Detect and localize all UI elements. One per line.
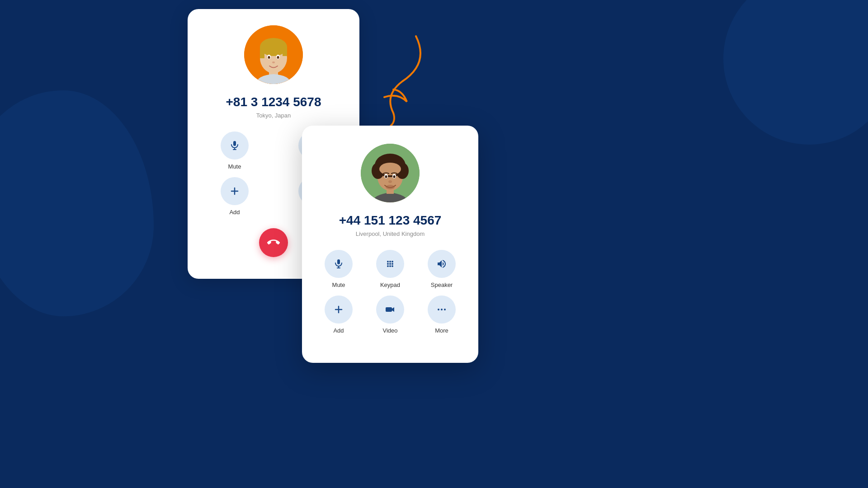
plus-icon: [229, 186, 240, 197]
end-call-button-tokyo[interactable]: [259, 228, 288, 257]
mute-button-liverpool[interactable]: [325, 250, 353, 278]
mute-action-liverpool[interactable]: Mute: [325, 250, 353, 288]
keypad-action-liverpool[interactable]: Keypad: [376, 250, 404, 288]
bg-shape-left: [0, 90, 154, 316]
svg-point-48: [389, 261, 391, 263]
svg-point-54: [389, 265, 391, 267]
svg-point-55: [392, 265, 393, 267]
keypad-label-liverpool: Keypad: [380, 282, 400, 288]
svg-rect-12: [233, 141, 236, 146]
speaker-button-liverpool[interactable]: [428, 250, 456, 278]
svg-point-9: [268, 56, 270, 59]
svg-point-61: [444, 309, 446, 310]
video-action-liverpool[interactable]: Video: [376, 296, 404, 334]
grid-icon-liverpool: [385, 258, 396, 269]
svg-rect-5: [260, 47, 264, 58]
ellipsis-icon: [436, 304, 447, 315]
avatar-liverpool: [361, 144, 420, 202]
orange-decorative-drawing: [357, 27, 429, 131]
mute-label-liverpool: Mute: [332, 282, 345, 288]
video-label-liverpool: Video: [382, 327, 397, 334]
add-label-liverpool: Add: [333, 327, 344, 334]
svg-point-60: [441, 309, 443, 310]
svg-rect-6: [283, 47, 287, 56]
action-buttons-row2-liverpool: Add Video More: [316, 296, 464, 334]
svg-rect-44: [337, 259, 340, 264]
svg-point-47: [387, 261, 389, 263]
plus-icon-liverpool: [333, 304, 344, 315]
end-call-row-tokyo: [259, 228, 288, 257]
mute-button-tokyo[interactable]: [221, 131, 249, 160]
speaker-label-liverpool: Speaker: [431, 282, 453, 288]
more-action-liverpool[interactable]: More: [428, 296, 456, 334]
microphone-icon: [229, 140, 240, 151]
video-button-liverpool[interactable]: [376, 296, 404, 324]
speaker-action-liverpool[interactable]: Speaker: [428, 250, 456, 288]
keypad-button-liverpool[interactable]: [376, 250, 404, 278]
more-button-liverpool[interactable]: [428, 296, 456, 324]
microphone-icon-liverpool: [333, 258, 344, 269]
svg-point-10: [277, 56, 279, 59]
svg-point-37: [379, 163, 401, 175]
end-call-icon: [267, 236, 280, 249]
svg-point-51: [389, 263, 391, 265]
phone-number-liverpool: +44 151 123 4567: [339, 213, 442, 228]
phone-number-tokyo: +81 3 1234 5678: [226, 95, 321, 109]
svg-point-50: [387, 263, 389, 265]
add-action-liverpool[interactable]: Add: [325, 296, 353, 334]
svg-point-43: [386, 185, 395, 189]
mute-label-tokyo: Mute: [228, 163, 241, 170]
speaker-icon: [436, 258, 447, 269]
svg-point-49: [392, 261, 393, 263]
svg-point-41: [393, 175, 396, 178]
svg-point-40: [385, 175, 387, 178]
more-label-liverpool: More: [435, 327, 448, 334]
video-icon-liverpool: [385, 304, 396, 315]
add-action-tokyo[interactable]: Add: [221, 177, 249, 216]
call-card-liverpool: +44 151 123 4567 Liverpool, United Kingd…: [302, 126, 478, 363]
location-liverpool: Liverpool, United Kingdom: [356, 230, 425, 237]
add-button-liverpool[interactable]: [325, 296, 353, 324]
svg-point-59: [438, 309, 439, 310]
mute-action-tokyo[interactable]: Mute: [221, 131, 249, 170]
avatar-tokyo: [244, 25, 303, 84]
bg-shape-right: [723, 0, 868, 145]
svg-point-53: [387, 265, 389, 267]
location-tokyo: Tokyo, Japan: [256, 112, 291, 119]
add-label-tokyo: Add: [229, 209, 240, 216]
add-button-tokyo[interactable]: [221, 177, 249, 205]
svg-point-11: [272, 61, 275, 63]
svg-rect-58: [386, 307, 392, 312]
svg-point-52: [392, 263, 393, 265]
svg-point-42: [388, 180, 392, 183]
action-buttons-row1-liverpool: Mute Keypad: [316, 250, 464, 288]
